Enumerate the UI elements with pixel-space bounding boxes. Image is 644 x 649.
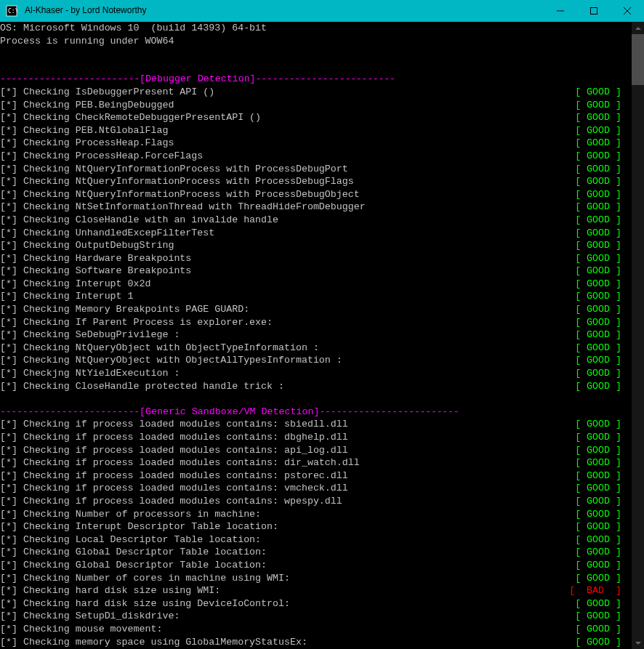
status-badge: [ GOOD ] bbox=[575, 623, 621, 636]
terminal-line: [*] Checking NtQueryObject with ObjectAl… bbox=[0, 354, 632, 367]
bullet-icon: [*] bbox=[0, 496, 23, 507]
status-text: GOOD bbox=[587, 214, 610, 225]
scroll-down-icon[interactable] bbox=[632, 637, 644, 649]
status-badge: [ GOOD ] bbox=[575, 431, 621, 444]
check-text: Checking NtQueryObject with ObjectTypeIn… bbox=[23, 342, 319, 353]
check-text: Checking SeDebugPrivilege : bbox=[23, 329, 180, 340]
check-text: Checking ProcessHeap.Flags bbox=[23, 137, 174, 148]
status-text: GOOD bbox=[587, 355, 610, 366]
bullet-icon: [*] bbox=[0, 560, 23, 571]
bullet-icon: [*] bbox=[0, 470, 23, 481]
minimize-button[interactable] bbox=[544, 0, 577, 22]
status-badge: [ GOOD ] bbox=[575, 469, 621, 483]
status-badge: [ GOOD ] bbox=[575, 188, 621, 201]
scrollbar[interactable] bbox=[632, 22, 644, 649]
terminal-line: [*] Checking hard disk size using WMI:[ … bbox=[0, 584, 632, 597]
section-dashes: ------------------------- bbox=[319, 406, 459, 417]
check-text: Checking Software Breakpoints bbox=[23, 265, 191, 276]
status-text: GOOD bbox=[587, 164, 610, 174]
terminal-line: [*] Checking SetupDi_diskdrive:[ GOOD ] bbox=[0, 610, 632, 623]
check-text: Checking Hardware Breakpoints bbox=[23, 253, 191, 264]
bullet-icon: [*] bbox=[0, 240, 23, 251]
status-text: GOOD bbox=[587, 253, 610, 264]
titlebar[interactable]: C:\ Al-Khaser - by Lord Noteworthy bbox=[0, 0, 644, 22]
bullet-icon: [*] bbox=[0, 189, 23, 200]
terminal-line: [*] Checking Interupt 0x2d[ GOOD ] bbox=[0, 278, 632, 291]
bullet-icon: [*] bbox=[0, 381, 23, 392]
header-text: OS: Microsoft Windows 10 (build 14393) 6… bbox=[0, 23, 267, 33]
bullet-icon: [*] bbox=[0, 176, 23, 187]
terminal-line: [*] Checking Local Descriptor Table loca… bbox=[0, 533, 632, 547]
check-text: Checking Interupt Descriptor Table locat… bbox=[23, 521, 278, 532]
close-button[interactable] bbox=[611, 0, 644, 22]
status-text: GOOD bbox=[587, 278, 610, 289]
terminal-line bbox=[0, 392, 632, 406]
maximize-button[interactable] bbox=[577, 0, 611, 22]
bullet-icon: [*] bbox=[0, 100, 23, 110]
status-badge: [ GOOD ] bbox=[575, 444, 621, 457]
status-text: GOOD bbox=[587, 317, 610, 328]
terminal-line bbox=[0, 47, 632, 60]
terminal-line: [*] Checking NtSetInformationThread with… bbox=[0, 201, 632, 214]
status-text: GOOD bbox=[587, 342, 610, 353]
status-badge: [ GOOD ] bbox=[575, 559, 621, 572]
status-text: GOOD bbox=[587, 265, 610, 276]
terminal-line: [*] Checking NtQueryInformationProcess w… bbox=[0, 188, 632, 201]
terminal-line: [*] Checking PEB.NtGlobalFlag[ GOOD ] bbox=[0, 124, 632, 137]
check-text: Checking if process loaded modules conta… bbox=[23, 457, 360, 468]
status-badge: [ GOOD ] bbox=[575, 265, 621, 278]
bullet-icon: [*] bbox=[0, 317, 23, 328]
status-text: GOOD bbox=[587, 240, 610, 251]
terminal-line: [*] Checking IsDebuggerPresent API ()[ G… bbox=[0, 86, 632, 99]
check-text: Checking ProcessHeap.ForceFlags bbox=[23, 150, 203, 161]
terminal-line: [*] Checking memory space using GlobalMe… bbox=[0, 636, 632, 649]
bullet-icon: [*] bbox=[0, 164, 23, 174]
status-badge: [ GOOD ] bbox=[575, 572, 621, 585]
check-text: Checking If Parent Process is explorer.e… bbox=[23, 317, 273, 328]
status-badge: [ GOOD ] bbox=[575, 290, 621, 303]
status-badge: [ GOOD ] bbox=[575, 99, 621, 112]
check-text: Checking Local Descriptor Table location… bbox=[23, 534, 261, 545]
terminal-line: [*] Checking Number of cores in machine … bbox=[0, 572, 632, 585]
terminal-line: [*] Checking Interupt 1[ GOOD ] bbox=[0, 290, 632, 303]
status-text: GOOD bbox=[587, 368, 610, 379]
status-badge: [ GOOD ] bbox=[575, 328, 621, 342]
scroll-up-icon[interactable] bbox=[632, 22, 644, 34]
status-text: GOOD bbox=[587, 176, 610, 187]
check-text: Checking Global Descriptor Table locatio… bbox=[23, 547, 267, 557]
section-dashes: ------------------------- bbox=[256, 73, 395, 84]
status-text: GOOD bbox=[587, 624, 610, 634]
status-text: GOOD bbox=[587, 470, 610, 481]
status-badge: [ GOOD ] bbox=[575, 380, 621, 393]
status-text: GOOD bbox=[587, 598, 610, 609]
terminal-line: -------------------------[Generic Sandbo… bbox=[0, 406, 632, 419]
scroll-thumb[interactable] bbox=[632, 34, 644, 85]
bullet-icon: [*] bbox=[0, 304, 23, 315]
status-badge: [ GOOD ] bbox=[575, 150, 621, 163]
status-text: GOOD bbox=[587, 201, 610, 212]
bullet-icon: [*] bbox=[0, 342, 23, 353]
window-controls bbox=[544, 0, 644, 22]
bullet-icon: [*] bbox=[0, 368, 23, 379]
terminal-line: [*] Checking if process loaded modules c… bbox=[0, 469, 632, 483]
bullet-icon: [*] bbox=[0, 291, 23, 302]
terminal-line: [*] Checking CloseHandle with an invalid… bbox=[0, 214, 632, 227]
terminal-line: [*] Checking CloseHandle protected handl… bbox=[0, 380, 632, 393]
check-text: Checking CloseHandle protected handle tr… bbox=[23, 381, 284, 392]
bullet-icon: [*] bbox=[0, 278, 23, 289]
check-text: Checking IsDebuggerPresent API () bbox=[23, 86, 214, 97]
terminal-area[interactable]: OS: Microsoft Windows 10 (build 14393) 6… bbox=[0, 22, 644, 649]
terminal-line: [*] Checking Software Breakpoints[ GOOD … bbox=[0, 265, 632, 278]
status-text: GOOD bbox=[587, 100, 610, 110]
status-badge: [ GOOD ] bbox=[575, 124, 621, 137]
status-text: GOOD bbox=[587, 496, 610, 507]
status-badge: [ GOOD ] bbox=[575, 533, 621, 547]
status-badge: [ GOOD ] bbox=[575, 214, 621, 227]
status-badge: [ GOOD ] bbox=[575, 227, 621, 240]
terminal-line: [*] Checking Global Descriptor Table loc… bbox=[0, 559, 632, 572]
status-badge: [ GOOD ] bbox=[575, 367, 621, 380]
terminal-line: [*] Checking Global Descriptor Table loc… bbox=[0, 546, 632, 559]
status-badge: [ GOOD ] bbox=[575, 508, 621, 521]
bullet-icon: [*] bbox=[0, 329, 23, 340]
status-text: GOOD bbox=[587, 112, 610, 123]
